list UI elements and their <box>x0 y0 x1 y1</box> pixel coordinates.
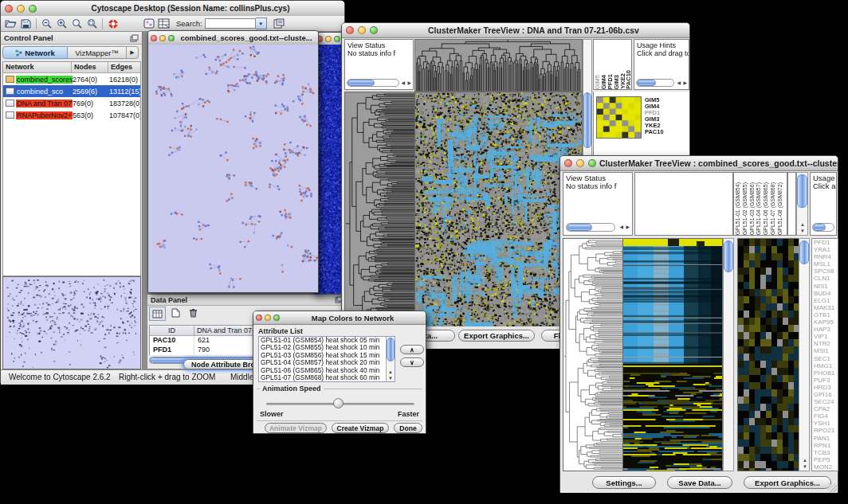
animate-vizmap-button[interactable]: Animate Vizmap <box>265 423 327 433</box>
gene-label[interactable]: SPC98 <box>814 268 838 275</box>
close-icon[interactable] <box>151 35 157 41</box>
slider-thumb[interactable] <box>333 398 344 408</box>
scroll-left-icon[interactable]: ◀ <box>401 80 405 85</box>
move-up-button[interactable]: ∧ <box>400 345 424 354</box>
gene-label[interactable]: YRA1 <box>814 246 838 253</box>
column-label[interactable]: GPL51-01 (GSM854) <box>735 182 742 235</box>
tab-vizmapper[interactable]: VizMapper™ <box>68 46 127 59</box>
gene-label[interactable]: PAN1 <box>814 435 838 442</box>
move-down-button[interactable]: ∨ <box>400 357 424 367</box>
network-row[interactable]: combined_sco 2569(6) 13112(15) <box>3 85 140 97</box>
gene-label[interactable]: MAK31 <box>814 304 838 311</box>
search-dropdown-icon[interactable]: ▼ <box>256 18 267 29</box>
gene-label[interactable]: SEC24 <box>814 398 838 405</box>
zoom-in-icon[interactable] <box>54 18 69 30</box>
minimize-icon[interactable] <box>358 26 366 34</box>
view-status-hscrollbar[interactable] <box>566 223 615 232</box>
gene-label[interactable]: VIP1 <box>814 333 838 340</box>
scroll-right-icon[interactable]: ▶ <box>683 80 687 85</box>
treeview1-row-dendrogram[interactable] <box>344 92 415 327</box>
gene-label[interactable]: PFD1 <box>814 239 838 246</box>
attribute-item[interactable]: GPL51-07 (GSM868) heat shock 60 min <box>259 374 395 381</box>
treeview2-titlebar[interactable]: ClusterMaker TreeView : combined_scores_… <box>560 156 838 171</box>
treeview1-titlebar[interactable]: ClusterMaker TreeView : DNA and Tran 07-… <box>342 23 689 38</box>
export-graphics-button[interactable]: Export Graphics... <box>744 476 831 489</box>
float-panel-icon[interactable] <box>130 34 139 42</box>
save-session-icon[interactable] <box>18 18 33 30</box>
treeview2-top-vscrollbar[interactable]: ▲ ▼ <box>796 172 808 236</box>
treeview2-heatmap[interactable] <box>622 238 723 471</box>
save-data-button[interactable]: Save Data... <box>667 476 732 489</box>
search-input[interactable] <box>205 18 256 29</box>
close-icon[interactable] <box>5 5 13 13</box>
attribute-select-icon[interactable] <box>149 307 166 321</box>
settings-button[interactable]: Settings... <box>592 476 656 489</box>
minimize-icon[interactable] <box>265 315 271 321</box>
col-header-network[interactable]: Network <box>3 62 72 72</box>
zoom-fit-icon[interactable] <box>84 18 100 30</box>
gene-label[interactable]: MSL1 <box>814 260 838 268</box>
done-button[interactable]: Done <box>394 423 422 433</box>
treeview2-heatmap-vscrollbar[interactable] <box>723 238 734 471</box>
zoom-window-icon[interactable] <box>29 5 37 13</box>
delete-attribute-icon[interactable] <box>186 307 201 319</box>
gene-label[interactable]: HAP3 <box>814 326 838 333</box>
treeview1-heatmap[interactable] <box>414 92 583 327</box>
scroll-up-icon[interactable]: ▲ <box>800 222 805 227</box>
open-session-icon[interactable] <box>3 18 18 30</box>
treeview1-column-dendrogram[interactable] <box>414 39 583 92</box>
scroll-up-icon[interactable]: ▲ <box>803 458 807 463</box>
minimize-icon[interactable] <box>576 159 584 167</box>
zoom-window-icon[interactable] <box>168 35 175 41</box>
zoom-out-icon[interactable] <box>39 18 54 30</box>
gene-label[interactable]: CLN1 <box>814 275 838 282</box>
birdseye-view[interactable] <box>2 276 141 369</box>
new-attribute-icon[interactable] <box>168 307 183 319</box>
scroll-down-icon[interactable]: ▼ <box>800 229 805 233</box>
minimize-icon[interactable] <box>325 36 332 42</box>
gene-label[interactable]: FIG4 <box>814 412 838 420</box>
data-col-id[interactable]: ID <box>150 326 194 335</box>
gene-label[interactable]: GPI16 <box>814 391 838 398</box>
column-label[interactable]: GPL51-08 (GSM872) <box>777 182 784 235</box>
gene-label[interactable]: HRD3 <box>814 384 838 391</box>
gene-label[interactable]: RNR4 <box>814 253 838 260</box>
treeview2-row-dendrogram[interactable] <box>563 238 623 471</box>
gene-label[interactable]: SEC1 <box>814 355 838 362</box>
gene-label[interactable]: NTR2 <box>814 340 838 347</box>
cluster-zoom-heatmap[interactable] <box>596 96 642 139</box>
scroll-right-icon[interactable]: ▶ <box>407 80 411 85</box>
network-table-icon[interactable] <box>156 18 171 30</box>
treeview2-global-vscrollbar[interactable]: ▲ ▼ <box>799 238 810 471</box>
gene-label[interactable]: NIS1 <box>814 283 838 290</box>
gene-label[interactable]: MON2 <box>814 463 838 471</box>
zoom-window-icon[interactable] <box>334 36 340 42</box>
gene-label[interactable]: RPN1 <box>814 442 838 449</box>
treeview2-column-dendrogram[interactable] <box>634 172 733 236</box>
main-titlebar[interactable]: Cytoscape Desktop (Session Name: collins… <box>1 1 344 17</box>
close-icon[interactable] <box>256 315 262 321</box>
scroll-down-icon[interactable]: ▼ <box>388 376 393 381</box>
attribute-browser-icon[interactable] <box>141 18 156 30</box>
gene-label[interactable]: PUF3 <box>814 377 838 384</box>
create-vizmap-button[interactable]: Create Vizmap <box>332 423 389 433</box>
view-status-hscrollbar[interactable] <box>347 79 399 87</box>
col-header-nodes[interactable]: Nodes <box>72 62 108 72</box>
network-row[interactable]: DNA and Tran 07 769(0) 183728(0) <box>3 97 140 109</box>
usage-hints-hscrollbar[interactable] <box>636 79 674 87</box>
zoom-window-icon[interactable] <box>588 159 596 167</box>
gene-label[interactable]: PEP5 <box>814 456 838 463</box>
usage-hints-hscrollbar[interactable] <box>812 223 834 232</box>
gene-label[interactable]: PAC10 <box>645 129 685 135</box>
close-icon[interactable] <box>346 26 354 34</box>
gene-label[interactable]: HMG1 <box>814 362 838 369</box>
gene-label[interactable]: KAP95 <box>814 318 838 326</box>
scroll-right-icon[interactable]: ▶ <box>626 225 630 229</box>
attribute-list[interactable]: GPL51-01 (GSM854) heat shock 05 minGPL51… <box>258 336 395 382</box>
scroll-left-icon[interactable]: ◀ <box>677 80 681 85</box>
scroll-up-icon[interactable]: ▲ <box>388 369 393 374</box>
column-label[interactable]: GPL51-04 (GSM857) <box>756 182 763 235</box>
minimize-icon[interactable] <box>159 35 166 41</box>
help-icon[interactable] <box>105 18 120 30</box>
gene-label[interactable]: YSH1 <box>814 420 838 427</box>
